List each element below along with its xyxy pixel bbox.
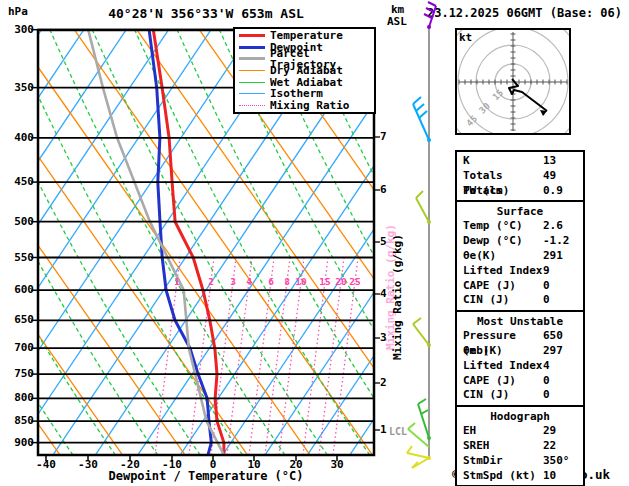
indices-row-label: Lifted Index <box>463 359 543 374</box>
indices-row-label: EH <box>463 424 543 439</box>
legend-label: Isotherm <box>270 88 323 99</box>
indices-row-label: StmDir <box>463 454 543 469</box>
pressure-tick-label: 550 <box>6 251 34 264</box>
altitude-tick-label: 4 <box>380 287 387 300</box>
indices-row: θe (K)297 <box>457 344 583 359</box>
indices-row-label: θe (K) <box>463 344 543 359</box>
legend-label: Wet Adiabat <box>270 77 343 88</box>
pressure-tick-label: 800 <box>6 391 34 404</box>
indices-row-value: 49 <box>543 169 579 184</box>
indices-section: SurfaceTemp (°C)2.6Dewp (°C)-1.2θe(K)291… <box>455 200 585 312</box>
indices-row-value: 350° <box>543 454 579 469</box>
indices-row-value: 0 <box>543 374 579 389</box>
legend-line-swatch <box>239 93 265 94</box>
temp-tick-label: 30 <box>321 458 353 471</box>
chart-legend: TemperatureDewpointParcel TrajectoryDry … <box>233 27 376 114</box>
hodograph-unit-label: kt <box>459 31 472 44</box>
indices-row-value: 291 <box>543 249 579 264</box>
legend-item: Temperature <box>237 30 372 42</box>
indices-section-title: Hodograph <box>457 409 583 424</box>
indices-row-value: 9 <box>543 264 579 279</box>
legend-label: Temperature <box>270 30 343 41</box>
temp-tick-label: 20 <box>280 458 312 471</box>
legend-line-swatch <box>239 46 265 49</box>
indices-row: CIN (J)0 <box>457 388 583 403</box>
pressure-tick-label: 500 <box>6 215 34 228</box>
indices-row-label: Dewp (°C) <box>463 234 543 249</box>
hodograph-ring-label: 30 <box>477 101 492 116</box>
mixing-ratio-value-label: 2 <box>203 276 219 287</box>
indices-row: Totals Totals49 <box>457 169 583 184</box>
indices-row-value: 2.6 <box>543 219 579 234</box>
indices-row: Pressure (mb)650 <box>457 329 583 344</box>
indices-panel: K13Totals Totals49PW (cm)0.9SurfaceTemp … <box>455 150 585 486</box>
legend-item: Mixing Ratio <box>237 100 372 112</box>
hodograph-plot: 153045 <box>457 30 569 133</box>
hodograph-panel: 153045 <box>455 28 571 135</box>
indices-row: Dewp (°C)-1.2 <box>457 234 583 249</box>
pressure-tick-label: 900 <box>6 436 34 449</box>
hodograph-ring-label: 45 <box>464 114 479 129</box>
indices-row: StmSpd (kt)10 <box>457 469 583 484</box>
legend-line-swatch <box>239 57 265 60</box>
altitude-tick-label: 5 <box>380 235 387 248</box>
legend-line-swatch <box>239 105 265 106</box>
mixing-ratio-value-label: 10 <box>293 276 309 287</box>
indices-row-label: K <box>463 154 543 169</box>
legend-line-swatch <box>239 82 265 83</box>
indices-row-value: 650 <box>543 329 579 344</box>
wind-barb <box>407 446 431 468</box>
temp-tick-label: -40 <box>30 458 62 471</box>
indices-row-label: Totals Totals <box>463 169 543 184</box>
indices-row: CAPE (J)0 <box>457 374 583 389</box>
mixing-ratio-value-label: 3 <box>225 276 241 287</box>
indices-row-value: 297 <box>543 344 579 359</box>
temp-tick-label: -20 <box>114 458 146 471</box>
legend-label: Mixing Ratio <box>270 100 349 111</box>
temp-tick-label: -30 <box>72 458 104 471</box>
legend-item: Parcel Trajectory <box>237 53 372 65</box>
indices-row-label: Temp (°C) <box>463 219 543 234</box>
indices-row-value: 0 <box>543 279 579 294</box>
pressure-tick-label: 750 <box>6 367 34 380</box>
altitude-tick-label: 3 <box>380 331 387 344</box>
wind-barb <box>424 2 436 29</box>
indices-row-label: PW (cm) <box>463 184 543 199</box>
indices-row: θe(K)291 <box>457 249 583 264</box>
legend-item: Isotherm <box>237 88 372 100</box>
indices-row-value: 10 <box>543 469 579 484</box>
temp-tick-label: 10 <box>238 458 270 471</box>
mixing-ratio-value-label: 6 <box>263 276 279 287</box>
pressure-tick-label: 600 <box>6 283 34 296</box>
indices-row: SREH22 <box>457 439 583 454</box>
indices-row-value: 13 <box>543 154 579 169</box>
pressure-tick-label: 300 <box>6 23 34 36</box>
altitude-tick-label: 7 <box>380 130 387 143</box>
legend-line-swatch <box>239 70 265 71</box>
indices-row-label: StmSpd (kt) <box>463 469 543 484</box>
pressure-tick-label: 850 <box>6 414 34 427</box>
altitude-tick-label: 2 <box>380 376 387 389</box>
indices-row-value: 0 <box>543 293 579 308</box>
indices-row-label: θe(K) <box>463 249 543 264</box>
pressure-tick-label: 450 <box>6 175 34 188</box>
indices-row-value: 4 <box>543 359 579 374</box>
pressure-tick-label: 350 <box>6 81 34 94</box>
indices-row-value: 0 <box>543 388 579 403</box>
indices-row: K13 <box>457 154 583 169</box>
altitude-tick-label: 1 <box>380 423 387 436</box>
indices-section: K13Totals Totals49PW (cm)0.9 <box>455 150 585 202</box>
indices-section: HodographEH29SREH22StmDir350°StmSpd (kt)… <box>455 405 585 486</box>
mixing-ratio-value-label: 15 <box>317 276 333 287</box>
temp-tick-label: -10 <box>156 458 188 471</box>
indices-row: CIN (J)0 <box>457 293 583 308</box>
skewt-sounding-page: hPa 40°28'N 356°33'W 653m ASL km ASL 23.… <box>0 0 629 486</box>
mixing-ratio-value-label: 4 <box>241 276 257 287</box>
legend-item: Wet Adiabat <box>237 76 372 88</box>
indices-row: Temp (°C)2.6 <box>457 219 583 234</box>
mixing-ratio-value-label: 25 <box>347 276 363 287</box>
indices-row-value: -1.2 <box>543 234 579 249</box>
indices-section-title: Most Unstable <box>457 314 583 329</box>
indices-row: Lifted Index9 <box>457 264 583 279</box>
indices-row-label: CIN (J) <box>463 388 543 403</box>
